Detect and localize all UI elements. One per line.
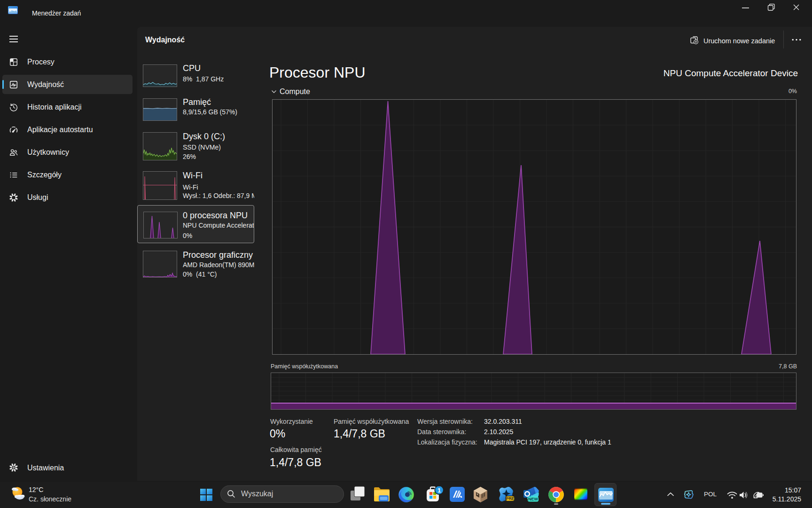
svg-text:NEW: NEW — [528, 497, 539, 501]
svg-text:PRE: PRE — [506, 496, 515, 501]
svg-text:1: 1 — [437, 487, 441, 494]
